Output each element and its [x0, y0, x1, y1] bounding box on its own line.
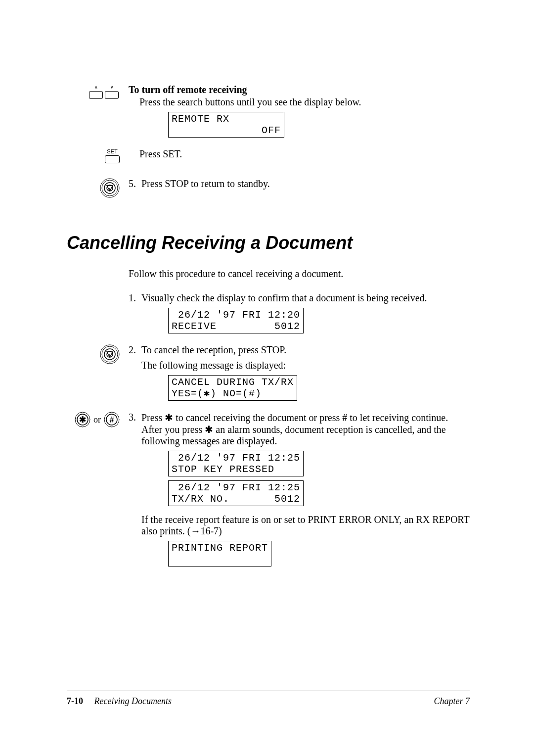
- lcd-txrx-no: 26/12 '97 FRI 12:25 TX/RX NO. 5012: [168, 480, 304, 506]
- down-key-icon: [105, 91, 119, 99]
- lcd-remote-rx: REMOTE RX OFF: [168, 112, 284, 138]
- page-number: 7-10: [67, 696, 83, 706]
- lcd-line: CANCEL DURING TX/RX: [172, 377, 294, 388]
- step-number: 1.: [129, 292, 141, 304]
- chapter-label: Chapter 7: [434, 696, 470, 707]
- lcd-line: 26/12 '97 FRI 12:25: [172, 452, 300, 464]
- lcd-line: PRINTING REPORT: [172, 542, 268, 554]
- or-label: or: [93, 415, 101, 425]
- svg-text:✱: ✱: [79, 415, 86, 425]
- star-key-icon: ✱: [75, 412, 90, 427]
- lcd-line: TX/RX NO. 5012: [172, 493, 300, 505]
- svg-text:#: #: [110, 416, 114, 424]
- step-number: 3.: [129, 412, 141, 447]
- lcd-line: 26/12 '97 FRI 12:25: [172, 482, 300, 493]
- step3-note: If the receive report feature is on or s…: [129, 514, 470, 537]
- step2-text: To cancel the reception, press STOP.: [141, 344, 470, 356]
- hash-key-icon: #: [104, 412, 120, 427]
- intro-text: Follow this procedure to cancel receivin…: [129, 268, 470, 280]
- lcd-stop-pressed: 26/12 '97 FRI 12:25 STOP KEY PRESSED: [168, 451, 304, 476]
- stop-button-icon: [100, 344, 120, 364]
- step5-text: Press STOP to return to standby.: [141, 178, 470, 189]
- step-number: 2.: [129, 344, 141, 371]
- press-search-text: Press the search buttons until you see t…: [129, 96, 470, 108]
- press-set-text: Press SET.: [129, 148, 470, 160]
- lcd-line: STOP KEY PRESSED: [172, 464, 274, 475]
- lcd-line: REMOTE RX: [172, 113, 229, 125]
- page-footer: 7-10 Receiving Documents Chapter 7: [67, 691, 470, 707]
- set-key-icon: SET: [105, 148, 120, 163]
- lcd-receive: 26/12 '97 FRI 12:20 RECEIVE 5012: [168, 308, 304, 333]
- subhead-remote-off: To turn off remote receiving: [129, 84, 470, 95]
- lcd-printing-report: PRINTING REPORT: [168, 541, 271, 567]
- section-title-cancelling: Cancelling Receiving a Document: [67, 233, 470, 253]
- footer-doc-title: Receiving Documents: [94, 696, 172, 706]
- lcd-cancel: CANCEL DURING TX/RX YES=(✱) NO=(#): [168, 375, 297, 401]
- step3-text: Press ✱ to cancel receiving the document…: [141, 412, 470, 447]
- step2-subtext: The following message is displayed:: [141, 360, 470, 371]
- lcd-line: YES=(✱) NO=(#): [172, 388, 262, 399]
- search-keys: [88, 84, 120, 99]
- step1-text: Visually check the display to confirm th…: [141, 292, 470, 304]
- up-key-icon: [89, 91, 103, 99]
- step-number: 5.: [129, 178, 141, 189]
- stop-button-icon: [100, 178, 120, 198]
- lcd-line: 26/12 '97 FRI 12:20: [172, 309, 300, 321]
- lcd-line: RECEIVE 5012: [172, 321, 300, 332]
- lcd-line: OFF: [172, 125, 281, 136]
- lcd-line: [172, 554, 178, 565]
- set-label: SET: [105, 148, 120, 154]
